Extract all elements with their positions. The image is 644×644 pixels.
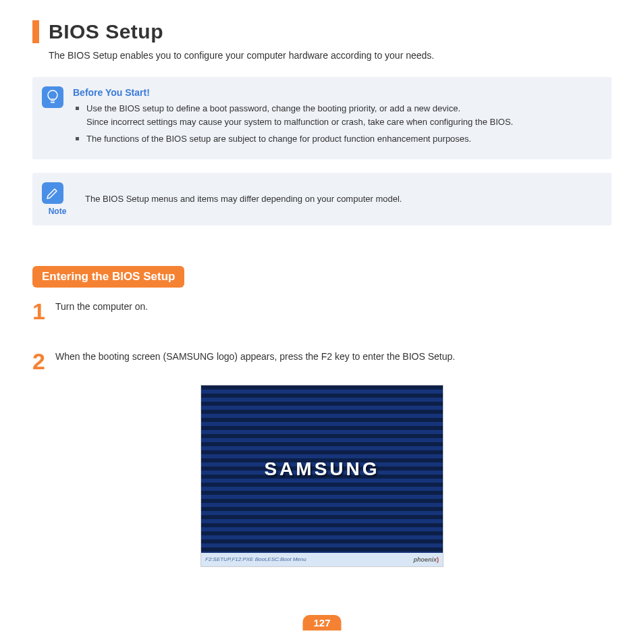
note-label: Note [49, 207, 67, 216]
boot-screen-image: SAMSUNG F2:SETUP,F12:PXE Boot,ESC:Boot M… [200, 385, 444, 567]
step-number: 1 [32, 300, 54, 323]
svg-rect-0 [51, 101, 55, 101]
step-number: 2 [32, 350, 54, 373]
svg-rect-1 [51, 102, 55, 103]
before-you-start-heading: Before You Start! [73, 87, 599, 98]
section-heading: Entering the BIOS Setup [32, 266, 184, 288]
boot-footer-keys: F2:SETUP,F12:PXE Boot,ESC:Boot Menu [205, 556, 306, 562]
intro-text: The BIOS Setup enables you to configure … [49, 50, 612, 61]
boot-screen-main: SAMSUNG [201, 385, 443, 553]
note-text: The BIOS Setup menus and items may diffe… [85, 194, 402, 204]
before-you-start-body: Before You Start! Use the BIOS setup to … [73, 86, 599, 150]
list-item: Use the BIOS setup to define a boot pass… [76, 102, 599, 128]
lightbulb-icon [42, 86, 63, 108]
page-title: BIOS Setup [49, 20, 163, 43]
title-row: BIOS Setup [32, 20, 612, 43]
title-accent-bar [32, 20, 39, 43]
pencil-icon [42, 182, 63, 204]
list-item: The functions of the BIOS setup are subj… [76, 132, 599, 146]
phoenix-logo: phoenix) [413, 556, 439, 563]
page-number: 127 [302, 615, 341, 630]
note-icon-column: Note [42, 182, 73, 216]
samsung-logo: SAMSUNG [264, 458, 379, 480]
page-number-wrap: 127 [302, 615, 341, 630]
before-you-start-callout: Before You Start! Use the BIOS setup to … [32, 77, 612, 159]
boot-screen-footer: F2:SETUP,F12:PXE Boot,ESC:Boot Menu phoe… [201, 553, 443, 566]
step-1: 1 Turn the computer on. [32, 300, 612, 323]
step-text: Turn the computer on. [55, 300, 148, 312]
before-you-start-list: Use the BIOS setup to define a boot pass… [73, 102, 599, 146]
note-callout: Note The BIOS Setup menus and items may … [32, 173, 612, 225]
step-2: 2 When the booting screen (SAMSUNG logo)… [32, 350, 612, 373]
step-text: When the booting screen (SAMSUNG logo) a… [55, 350, 455, 362]
